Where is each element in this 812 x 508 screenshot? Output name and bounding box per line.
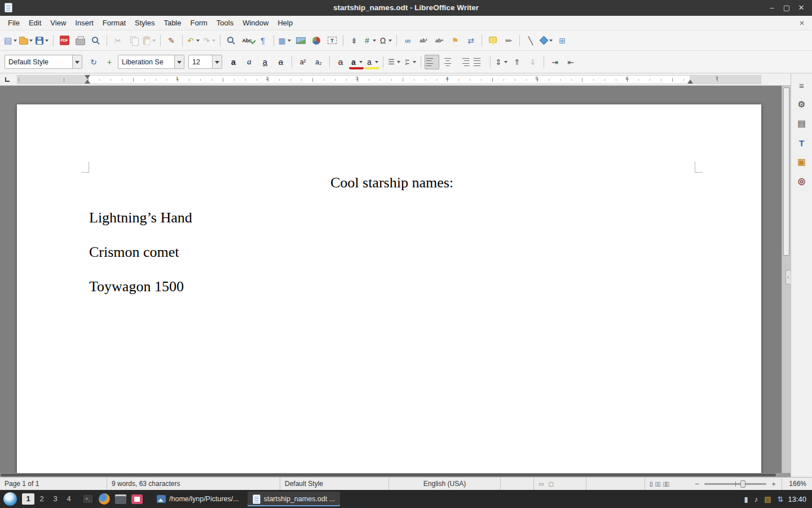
menu-view[interactable]: View (46, 17, 70, 29)
underline[interactable]: a (258, 55, 272, 69)
menu-help[interactable]: Help (273, 17, 297, 29)
insert-cross-reference[interactable]: ⇄ (464, 33, 478, 48)
styles-deck-icon[interactable]: T (794, 135, 810, 151)
network-sync-icon[interactable]: ⇅ (778, 495, 784, 503)
clipboard-manager-icon[interactable]: ▤ (764, 495, 771, 503)
clone-formatting[interactable]: ✎ (164, 33, 179, 48)
superscript[interactable]: a² (295, 55, 310, 69)
insert-mode-status[interactable] (501, 478, 534, 490)
page-deck-icon[interactable]: ▤ (794, 116, 810, 132)
right-indent-marker[interactable] (687, 80, 693, 84)
insert-table[interactable]: ▦ (277, 33, 292, 48)
menu-insert[interactable]: Insert (70, 17, 98, 29)
workspace-button[interactable]: 3 (49, 493, 61, 505)
document-page[interactable]: Cool starship names: Lightning’s HandCri… (17, 104, 761, 473)
zoom-slider-thumb[interactable] (740, 480, 745, 488)
strikethrough[interactable]: a (273, 55, 288, 69)
line-spacing[interactable]: ⇕ (494, 55, 509, 69)
insert-comment[interactable] (486, 33, 500, 48)
firefox-icon[interactable] (99, 493, 110, 505)
print[interactable] (73, 33, 87, 48)
document-paragraph[interactable]: Lightning’s Hand (89, 208, 695, 227)
font-color[interactable]: a (349, 55, 364, 69)
insert-text-box[interactable]: T (325, 33, 339, 48)
terminal-icon[interactable]: >_ (82, 494, 94, 504)
single-page-view-icon[interactable]: ▯ (650, 481, 652, 487)
insert-bookmark[interactable]: ⚑ (448, 33, 462, 48)
cut[interactable]: ✂ (111, 33, 125, 48)
basic-shapes[interactable] (539, 33, 554, 48)
taskbar-clock[interactable]: 13:40 (788, 495, 809, 503)
navigator-deck-icon[interactable]: ◎ (794, 173, 810, 189)
new-document[interactable]: ▤ (3, 33, 18, 48)
workspace-button[interactable]: 4 (63, 493, 75, 505)
update-style[interactable]: ↻ (86, 55, 101, 69)
multiple-page-view-icon[interactable]: ▯▯ (655, 481, 660, 487)
word-count-status[interactable]: 9 words, 63 characters (107, 478, 280, 490)
clear-direct-formatting[interactable]: a (333, 55, 348, 69)
workspace-button[interactable]: 1 (22, 493, 34, 505)
workspace-button[interactable]: 2 (36, 493, 48, 505)
align-center[interactable]: ━━━━ ━━ ━━━━ ━━ (440, 55, 455, 69)
menu-tools[interactable]: Tools (212, 17, 238, 29)
restore-button[interactable]: ▢ (779, 0, 794, 16)
document-heading[interactable]: Cool starship names: (89, 173, 695, 192)
save[interactable] (35, 33, 50, 48)
save-status-icon[interactable]: ▢ (548, 481, 553, 487)
open-file[interactable] (19, 33, 34, 48)
sidebar-settings-icon[interactable]: ≡ (794, 77, 810, 93)
menu-window[interactable]: Window (238, 17, 273, 29)
show-draw-functions[interactable]: ⊞ (555, 33, 570, 48)
book-view-icon[interactable]: ▯|▯ (663, 481, 669, 487)
properties-deck-icon[interactable]: ⚙ (794, 97, 810, 112)
page-number-status[interactable]: Page 1 of 1 (0, 478, 107, 490)
zoom-in-button[interactable]: + (770, 480, 777, 488)
menu-edit[interactable]: Edit (24, 17, 46, 29)
volume-icon[interactable]: ♪ (754, 495, 758, 503)
font-size-combo[interactable]: 12 (188, 55, 222, 69)
screenshot-tool-icon[interactable] (131, 494, 143, 504)
increase-indent[interactable]: ⇥ (548, 55, 562, 69)
copy[interactable] (126, 33, 141, 48)
horizontal-scrollbar[interactable] (0, 473, 791, 477)
close-button[interactable]: ✕ (794, 0, 809, 16)
font-size-dropdown-button[interactable] (212, 55, 222, 68)
italic[interactable]: a (242, 55, 257, 69)
menu-table[interactable]: Table (159, 17, 186, 29)
align-justify[interactable]: ━━━━ ━━━━ ━━━━ ━━━━ (472, 55, 487, 69)
spelling[interactable]: Abc (240, 33, 254, 48)
unordered-list[interactable]: ☰ (387, 55, 401, 69)
left-indent-marker[interactable] (85, 80, 90, 84)
insert-line[interactable]: ╲ (523, 33, 538, 48)
sidebar-toggle-handle[interactable]: ‹ (785, 270, 791, 284)
vertical-scrollbar-thumb[interactable] (783, 87, 789, 256)
bold[interactable]: a (226, 55, 241, 69)
document-paragraph[interactable]: Toywagon 1500 (89, 277, 695, 296)
new-style[interactable]: + (102, 55, 117, 69)
font-name-combo[interactable]: Liberation Se (118, 55, 184, 69)
subscript[interactable]: a₂ (311, 55, 326, 69)
close-document-button[interactable]: ✕ (796, 18, 807, 28)
language-status[interactable]: English (USA) (389, 478, 501, 490)
menu-format[interactable]: Format (98, 17, 130, 29)
track-changes[interactable]: ✏ (501, 33, 516, 48)
font-name-dropdown-button[interactable] (174, 55, 184, 68)
highlight-color[interactable]: a (365, 55, 379, 69)
increase-paragraph-spacing[interactable]: ⇑ (510, 55, 524, 69)
find-and-replace[interactable] (224, 33, 239, 48)
menu-form[interactable]: Form (186, 17, 211, 29)
undo[interactable]: ↶ (186, 33, 201, 48)
insert-hyperlink[interactable]: ∞ (400, 33, 415, 48)
gallery-deck-icon[interactable]: ▣ (794, 154, 810, 170)
battery-icon[interactable]: ▮ (744, 495, 748, 503)
zoom-slider-track[interactable] (704, 483, 766, 485)
selection-mode-icon[interactable]: ▭ (539, 481, 544, 487)
ordered-list[interactable]: 1━ 2━ (403, 55, 417, 69)
paragraph-style-combo[interactable]: Default Style (5, 55, 82, 69)
zoom-out-button[interactable]: − (694, 480, 700, 488)
insert-footnote[interactable]: ab¹ (416, 33, 431, 48)
print-preview[interactable] (89, 33, 103, 48)
align-right[interactable]: ━━━━ ━━━ ━━━━ ━━━ (456, 55, 471, 69)
paste[interactable] (142, 33, 157, 48)
menu-styles[interactable]: Styles (130, 17, 159, 29)
